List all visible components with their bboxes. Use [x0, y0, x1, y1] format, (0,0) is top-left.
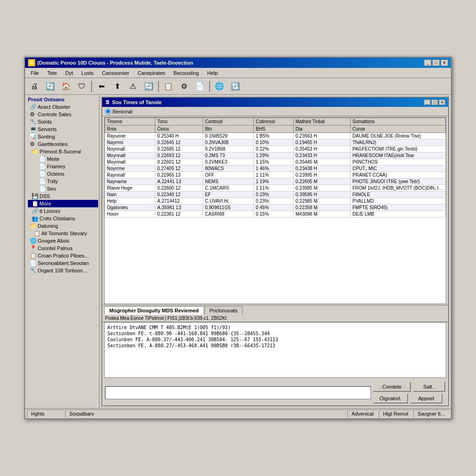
action-input-field[interactable] [105, 386, 371, 399]
sidebar-item-tnity[interactable]: 📄 Tnity [35, 178, 98, 185]
menu-help[interactable]: Help [204, 69, 222, 77]
table-cell-7-1: A.22441 13 [155, 178, 203, 185]
sidebar-item-cntts[interactable]: 👥 Cntts Chistiains [28, 215, 98, 222]
table-row[interactable]: Rlaive Hoge0.22600 12C.1MCARS1 11%0.2398… [105, 185, 446, 192]
table-cell-1-2: 0.2NVAJ6B [203, 139, 253, 146]
sidebar-item-coordel[interactable]: 📍 Coordel Palnus [26, 245, 98, 252]
status-savgner[interactable]: Savgner lt... [413, 410, 449, 418]
table-row[interactable]: OgaloniesA.35981 130.909811G50 45%0.2235… [105, 205, 446, 211]
inner-minimize-button[interactable]: _ [424, 99, 430, 105]
salt-button[interactable]: Salt.. [413, 382, 445, 392]
tab-priclonouats[interactable]: Priclonouats [205, 306, 243, 315]
doc3-icon: 📄 [39, 171, 46, 177]
toolbar-up-button[interactable]: ⬆ [110, 79, 125, 93]
sidebar-item-datuning[interactable]: 📁 Datuning [26, 222, 98, 230]
sidebar-item-serverts[interactable]: 💻 Serverts [26, 126, 98, 133]
table-cell-0-0: Rayuone [105, 133, 155, 139]
sidebar-item-dss[interactable]: 💾 DSS [28, 192, 98, 200]
table-header-row: Tinome Tono Controol Cotinnssl Mathed Ti… [105, 118, 446, 126]
table-row[interactable]: Moynnall0.22601 120.2VMKE31 15%0.35445 M… [105, 159, 446, 165]
table-row[interactable]: Rayuone0.25340 H0.1NIBS291 B5%0.23563 HD… [105, 133, 446, 139]
menu-tete[interactable]: Tete [44, 69, 61, 77]
table-subheader-row: Rnts Oxios Btn BHS Dia Curoe [105, 126, 446, 133]
table-cell-5-5: CPUT.: MIC [350, 165, 446, 172]
condete-button[interactable]: . Condete . [373, 382, 411, 392]
sidebar-item-primoot[interactable]: 📁 Primoot B-Suceral [28, 148, 98, 155]
table-cell-12-2: CASRI68 [203, 211, 253, 218]
toolbar-back-button[interactable]: ⬅ [94, 79, 109, 93]
sidebar-item-soints[interactable]: 🔧 Soints [26, 118, 98, 126]
sidebar-item-friamny[interactable]: 📄 Friamny [35, 163, 98, 170]
sidebar-item-meite[interactable]: 📄 Meite [35, 155, 98, 163]
toolbar-gear-button[interactable]: ⚙ [177, 79, 192, 93]
toolbar-refresh-button[interactable]: 🔄 [43, 79, 58, 93]
sidebar-item-loonss[interactable]: 🔗 tt Loonss [28, 207, 98, 215]
inner-close-button[interactable]: ✕ [439, 99, 445, 105]
toolbar-cycle-button[interactable]: 🔄 [141, 79, 156, 93]
minimize-button[interactable]: _ [424, 60, 431, 66]
table-row[interactable]: Noyrrme0.27405 1280WACS1 46%0.23438 HCPU… [105, 165, 446, 172]
table-cell-11-0: Ogalonies [105, 205, 155, 211]
table-scroll[interactable]: Tinome Tono Controol Cotinnssl Mathed Ti… [105, 118, 446, 304]
toolbar-shield-button[interactable]: 🛡 [74, 79, 89, 93]
toolbar-warn-button[interactable]: ⚠ [126, 79, 140, 93]
table-cell-3-0: Moynnall [105, 152, 155, 159]
filter-radio-benional[interactable]: Benional [105, 108, 132, 114]
table-row[interactable]: Noynnall0.22685 120.2V1B680 22%0.35453 H… [105, 146, 446, 152]
table-cell-4-4: 0.35445 M [293, 159, 350, 165]
toolbar-globe-button[interactable]: 🌐 [212, 79, 227, 93]
table-row[interactable]: HelpA.2714412C.UVAVI.ht:0 23%0.22985 MPV… [105, 198, 446, 205]
table-cell-2-1: 0.22685 12 [155, 146, 203, 152]
status-hlgt-remol[interactable]: Hlgt Remol [379, 410, 412, 418]
appoel-button[interactable]: Appoel [410, 393, 443, 403]
table-row[interactable]: Raynnall0.22965 13OFF1 11%0.23995 HPRANE… [105, 172, 446, 178]
sidebar-item-gnogee[interactable]: 🌐 Gnogee Aliois [26, 237, 98, 245]
table-row[interactable]: Hoorr0.22381 12CASRI680 15%M43098 MDE/E … [105, 211, 446, 218]
sidebar-item-sonting[interactable]: 📊 Sonting [26, 133, 98, 140]
table-row[interactable]: Nayrrmi0.22645 120.2NVAJ6B0 10%0.19455 H… [105, 139, 446, 146]
table-row[interactable]: Moynnall0.22693 120.2MS 731 29%0.23433 H… [105, 152, 446, 159]
menu-canepirates[interactable]: Canepirates [134, 69, 169, 77]
maximize-button[interactable]: □ [432, 60, 440, 66]
table-cell-0-3: 1 B5% [254, 133, 294, 139]
sidebar-item-gaettleosties[interactable]: ⚙ Gaettleosties [26, 140, 98, 148]
wrench-icon: 🔧 [30, 119, 36, 125]
sidebar-item-anect[interactable]: 🔗 Anect Obseter [26, 103, 98, 111]
menu-file[interactable]: File [27, 69, 43, 77]
menu-cacsoorvier[interactable]: Cacsoorvier [98, 69, 133, 77]
sidebar-item-seo[interactable]: 📄 Seo [35, 185, 98, 192]
sidebar-item-all-tornonto[interactable]: 📋 All Tornonto Stevary [26, 230, 98, 237]
toolbar-sync-button[interactable]: 🔃 [228, 79, 243, 93]
toolbar-print-button[interactable]: 🖨 [27, 79, 42, 93]
inner-maximize-button[interactable]: □ [431, 99, 438, 105]
tab-mogropher[interactable]: Mogropher Diosgully MDS Reviemed [104, 306, 204, 315]
table-row[interactable]: Nain0.22340 12EF0 23%0.39595 HFilNOLE [105, 192, 446, 198]
pin-icon: 📍 [30, 245, 36, 251]
table-cell-9-0: Nain [105, 192, 155, 198]
menu-becousting[interactable]: Becousting [170, 69, 202, 77]
users-icon: 👥 [32, 215, 38, 222]
status-sorpalbarv[interactable]: Sorpalbarv [65, 410, 346, 418]
sidebar-item-seronoabbert[interactable]: 📄 Seronoabbert.Seoolan [26, 259, 98, 267]
sidebar-item-more[interactable]: 📋 More [28, 200, 98, 207]
table-cell-10-1: A.2714412 [155, 198, 203, 205]
toolbar-doc-button[interactable]: 📄 [192, 79, 207, 93]
table-cell-7-5: PHOTE JINGOI ITRE (ywe Teb!) [350, 178, 446, 185]
menu-lusts[interactable]: Lusts [78, 69, 97, 77]
sidebar-item-organt[interactable]: 🔧 Organt 108 Tortioon... [26, 267, 98, 274]
sidebar-item-octeins[interactable]: 📄 Octeins [35, 170, 98, 178]
data-table: Tinome Tono Controol Cotinnssl Mathed Ti… [105, 118, 446, 218]
toolbar-clipboard-button[interactable]: 📋 [161, 79, 176, 93]
table-cell-11-5: FMPTE SIRO45) [350, 205, 446, 211]
filter-radio-input[interactable] [105, 108, 111, 114]
sidebar-item-croan[interactable]: 📋 Croan Pratico Plloes... [26, 252, 98, 259]
table-row[interactable]: NaynameA.22441 13NEMS1 19%0.22605 MPHOTE… [105, 178, 446, 185]
detail-header: Protea Mea Eonce TiPsitmol | FtS1 j1B3t.… [102, 315, 448, 322]
menu-dyt[interactable]: Dyt [62, 69, 77, 77]
toolbar-home-button[interactable]: 🏠 [59, 79, 73, 93]
status-advenical[interactable]: Advenical [347, 410, 378, 418]
oignatorl-button[interactable]: Oignatorl. [373, 393, 408, 403]
close-button[interactable]: ✕ [441, 60, 448, 66]
sidebar-item-controle[interactable]: ⚙ Controle Sales [26, 111, 98, 118]
table-cell-2-5: PAGFECTIOMI ITRE gin Tenbi) [350, 146, 446, 152]
